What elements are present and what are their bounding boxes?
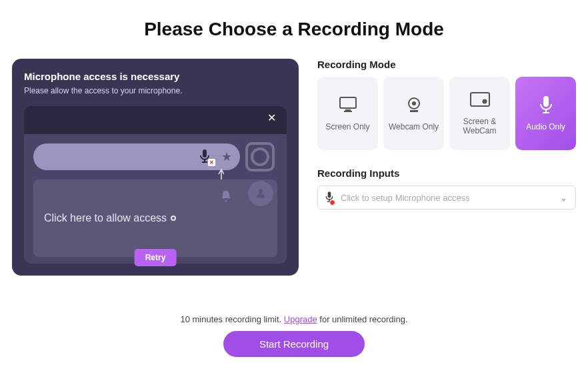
mode-webcam-only[interactable]: Webcam Only	[383, 77, 444, 150]
mode-audio-only[interactable]: Audio Only	[515, 77, 576, 150]
star-icon: ★	[221, 149, 232, 164]
svg-point-4	[412, 101, 416, 105]
svg-rect-6	[471, 93, 489, 106]
upgrade-link[interactable]: Upgrade	[284, 314, 317, 324]
page-title: Please Choose a Recording Mode	[0, 19, 588, 40]
mic-blocked-icon	[325, 192, 334, 204]
svg-rect-1	[345, 109, 351, 111]
panel-heading: Microphone access is necessary	[24, 71, 287, 82]
start-recording-button[interactable]: Start Recording	[223, 331, 365, 357]
webcam-icon	[405, 96, 423, 115]
mic-setup-dropdown[interactable]: Click to setup Microphone access ⌄	[317, 186, 576, 210]
mic-access-panel: Microphone access is necessary Please al…	[12, 59, 299, 276]
mode-screen-only[interactable]: Screen Only	[317, 77, 378, 150]
allow-access-text: Click here to allow access	[44, 212, 167, 224]
limit-prefix: 10 minutes recording limit.	[180, 314, 283, 324]
limit-suffix: for unlimited recording.	[317, 314, 408, 324]
mode-label: Audio Only	[526, 122, 565, 131]
mode-label: Screen & WebCam	[453, 117, 506, 135]
panel-subtext: Please allow the access to your micropho…	[24, 86, 287, 95]
mode-label: Screen Only	[325, 122, 369, 131]
address-bar: ✕ ★	[33, 143, 240, 170]
browser-demo: ✕ ✕ ★ Click here to allow access	[24, 106, 287, 264]
pointer-origin	[171, 216, 176, 221]
bell-icon	[213, 183, 239, 209]
retry-button[interactable]: Retry	[135, 249, 177, 266]
record-shape-icon	[245, 142, 275, 171]
pip-icon	[470, 92, 490, 110]
demo-header: ✕	[24, 106, 287, 134]
mode-screen-webcam[interactable]: Screen & WebCam	[449, 77, 510, 150]
chevron-down-icon: ⌄	[560, 193, 567, 203]
person-icon	[248, 181, 273, 206]
mic-blocked-icon: ✕	[199, 149, 213, 164]
close-icon: ✕	[267, 113, 276, 123]
dropdown-placeholder: Click to setup Microphone access	[341, 193, 470, 203]
recording-inputs-label: Recording Inputs	[317, 167, 576, 179]
mode-grid: Screen Only Webcam Only Screen & WebCam …	[317, 77, 576, 150]
monitor-icon	[339, 96, 357, 115]
svg-rect-0	[340, 97, 356, 108]
mode-label: Webcam Only	[389, 122, 439, 131]
limit-text: 10 minutes recording limit. Upgrade for …	[0, 314, 588, 324]
allow-access-bar: Click here to allow access	[33, 179, 277, 257]
recording-mode-label: Recording Mode	[317, 59, 576, 70]
svg-point-7	[482, 99, 487, 103]
svg-rect-2	[344, 111, 352, 112]
svg-rect-5	[410, 110, 418, 112]
mic-icon	[539, 96, 553, 115]
